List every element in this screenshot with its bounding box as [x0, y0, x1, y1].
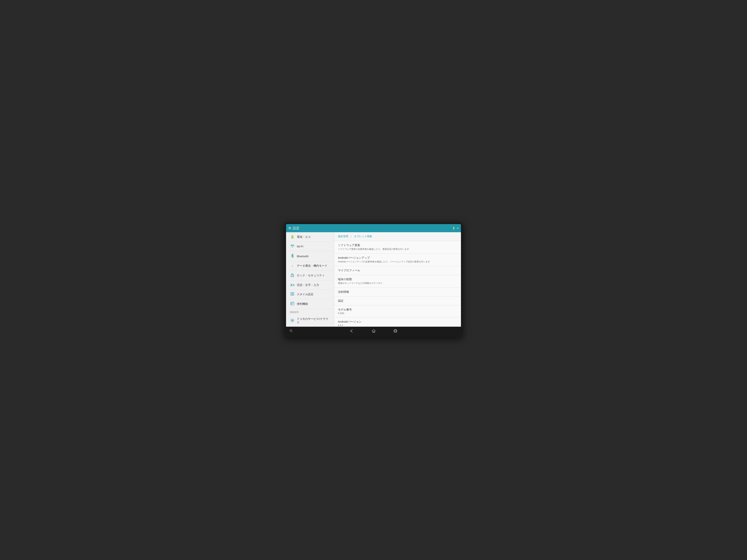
list-item[interactable]: Androidバージョンアップ Androidバージョンアップの必要有無を確認し… — [334, 254, 461, 266]
sidebar-item-wifi-label: Wi-Fi — [297, 245, 303, 248]
detail-items-list: ソフトウェア更新 ソフトウェア更新の必要有無を確認したり、更新設定の変更を行いま… — [334, 241, 461, 327]
sidebar-item-utility-label: 便利機能 — [297, 302, 308, 306]
breadcrumb-parent: 端末管理 — [338, 235, 348, 238]
sidebar-item-battery-label: 電池・エコ — [297, 235, 311, 239]
detail-item-title: モデル番号 — [338, 308, 457, 312]
sidebar-item-utility[interactable]: 便利機能 — [286, 299, 334, 309]
battery-icon: 🔋 — [290, 235, 295, 239]
detail-item-subtitle: ソフトウェア更新の必要有無を確認したり、更新設定の変更を行います — [338, 247, 457, 251]
detail-item-title: ソフトウェア更新 — [338, 243, 457, 247]
docomo-icon — [290, 319, 295, 323]
main-content: 🔋 電池・エコ Wi-Fi — [286, 232, 461, 327]
sidebar-item-lock[interactable]: ロック・セキュリティ — [286, 270, 334, 281]
svg-point-1 — [292, 275, 293, 276]
back-button[interactable] — [348, 328, 355, 335]
detail-item-title: マイプロフィール — [338, 269, 457, 272]
detail-item-subtitle: F-03G — [338, 312, 457, 315]
sidebar-item-data[interactable]: ↕ データ通信・機内モード — [286, 262, 334, 270]
close-icon[interactable]: ✕ — [457, 227, 459, 230]
list-item[interactable]: 端末の状態 電池やネットワークなどの情報のステータス — [334, 275, 461, 288]
nav-bar — [286, 327, 461, 336]
sidebar-item-docomo[interactable]: ドコモのサービス/クラウド — [286, 315, 334, 327]
svg-rect-6 — [291, 302, 294, 305]
svg-rect-4 — [291, 294, 292, 295]
list-item[interactable]: モデル番号 F-03G — [334, 305, 461, 317]
detail-item-title: 認証 — [338, 299, 457, 302]
detail-item-subtitle: Androidバージョンアップの必要有無を確認したり、バージョンアップ設定の変更… — [338, 260, 457, 263]
header: ⚙ 設定 🔋 ✕ — [286, 224, 461, 232]
zoom-button[interactable] — [288, 327, 294, 335]
wifi-icon — [290, 244, 295, 248]
screen: ⚙ 設定 🔋 ✕ 🔋 電池・エコ — [286, 224, 461, 336]
detail-item-title: 端末の状態 — [338, 277, 457, 281]
list-item[interactable]: 認証 — [334, 296, 461, 305]
list-item[interactable]: 法的情報 — [334, 288, 461, 296]
svg-rect-14 — [394, 329, 396, 332]
style-icon — [290, 292, 295, 296]
breadcrumb: 端末管理 ｜ タブレット情報 — [338, 235, 457, 238]
detail-item-title: Androidバージョンアップ — [338, 256, 457, 260]
home-button[interactable] — [370, 327, 377, 336]
list-item[interactable]: ソフトウェア更新 ソフトウェア更新の必要有無を確認したり、更新設定の変更を行いま… — [334, 241, 461, 254]
tablet-frame: ⚙ 設定 🔋 ✕ 🔋 電池・エコ — [285, 222, 462, 338]
detail-header: 端末管理 ｜ タブレット情報 — [334, 232, 461, 241]
svg-rect-3 — [292, 292, 294, 294]
detail-item-subtitle: 4.4.4 — [338, 324, 457, 327]
sidebar-item-bluetooth-label: Bluetooth — [297, 255, 308, 258]
detail-item-title: Androidバージョン — [338, 320, 457, 323]
list-item[interactable]: マイプロフィール — [334, 266, 461, 275]
sidebar-item-style[interactable]: スタイル設定 — [286, 290, 334, 299]
utility-icon — [290, 302, 295, 306]
sidebar-item-data-label: データ通信・機内モード — [297, 264, 327, 268]
sidebar-section-label: 情報管理 — [286, 309, 334, 315]
svg-rect-7 — [291, 303, 292, 304]
detail-panel: 端末管理 ｜ タブレット情報 ソフトウェア更新 ソフトウェア更新の必要有無を確認… — [334, 232, 461, 327]
breadcrumb-current: タブレット情報 — [354, 235, 372, 238]
app-title: 設定 — [293, 226, 300, 230]
sidebar-item-language[interactable]: 文A 言語・文字・入力 — [286, 281, 334, 290]
settings-gear-icon: ⚙ — [288, 226, 291, 230]
recents-button[interactable] — [392, 327, 399, 335]
data-icon: ↕ — [290, 264, 295, 268]
sidebar-item-battery[interactable]: 🔋 電池・エコ — [286, 232, 334, 242]
bluetooth-icon — [290, 254, 295, 259]
list-item[interactable]: Androidバージョン 4.4.4 — [334, 317, 461, 327]
lock-icon — [290, 273, 295, 278]
sidebar-item-wifi[interactable]: Wi-Fi — [286, 242, 334, 251]
sidebar-item-bluetooth[interactable]: Bluetooth — [286, 251, 334, 262]
detail-item-title: 法的情報 — [338, 290, 457, 294]
sidebar-item-language-label: 言語・文字・入力 — [297, 283, 319, 287]
battery-icon: 🔋 — [452, 227, 455, 230]
header-title: ⚙ 設定 — [288, 226, 300, 230]
sidebar: 🔋 電池・エコ Wi-Fi — [286, 232, 334, 327]
sidebar-item-style-label: スタイル設定 — [297, 293, 313, 296]
language-icon: 文A — [290, 284, 295, 287]
detail-item-subtitle: 電池やネットワークなどの情報のステータス — [338, 282, 457, 285]
sidebar-item-docomo-label: ドコモのサービス/クラウド — [297, 317, 330, 324]
sidebar-item-lock-label: ロック・セキュリティ — [297, 274, 325, 277]
svg-rect-5 — [292, 294, 294, 295]
header-right: 🔋 ✕ — [452, 227, 459, 230]
breadcrumb-separator: ｜ — [350, 235, 352, 238]
svg-rect-2 — [291, 292, 292, 294]
